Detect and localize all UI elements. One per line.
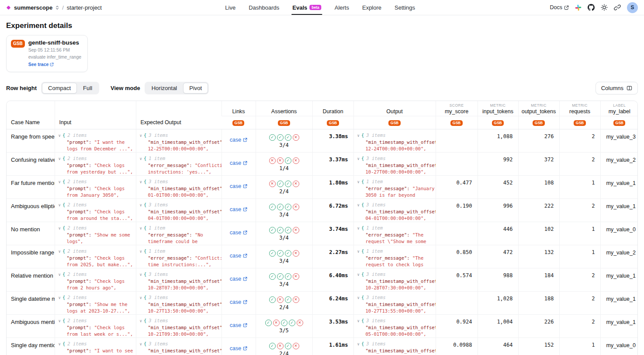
output-cell[interactable]: ∨{3 items"min_timestamp_with_offset"05-0… [353,338,436,355]
json-expand-chevron[interactable]: ∨ [357,296,360,300]
json-expand-chevron[interactable]: ∨ [357,203,360,207]
output-cell[interactable]: ∨{1 item"error_message": "Therequest to … [353,245,436,268]
json-expand-chevron[interactable]: ∨ [357,272,360,277]
json-expand-chevron[interactable]: ∨ [59,296,61,300]
json-expand-chevron[interactable]: ∨ [140,342,142,346]
tab-dashboards[interactable]: Dashboards [249,0,279,15]
case-link[interactable]: case [230,345,247,352]
col-header-metric-requests[interactable]: METRICrequests [559,101,600,116]
theme-sun-icon[interactable] [601,4,608,11]
json-expand-chevron[interactable]: ∨ [59,157,61,161]
output-cell[interactable]: ∨{3 items"min_timestamp_with_offset"10-2… [353,268,436,292]
json-expand-chevron[interactable]: ∨ [357,157,360,161]
input-cell[interactable]: ∨{2 items"prompt": "Check logsfrom 2025,… [55,245,136,268]
col-header-case-name[interactable]: Case Name [7,101,55,129]
output-cell[interactable]: ∨{3 items"min_timestamp_with_offset"10-2… [353,292,436,315]
row-height-compact-button[interactable]: Compact [42,83,77,94]
input-cell[interactable]: ∨{2 items"prompt": "Check logsfrom 2 hou… [55,268,136,292]
col-header-metric-input-tokens[interactable]: METRICinput_tokens [478,101,518,116]
see-trace-link[interactable]: See trace [28,62,54,67]
tab-settings[interactable]: Settings [395,0,415,15]
output-cell[interactable]: ∨{3 items"min_timestamp_with_offset"05-0… [353,315,436,338]
col-header-assertions[interactable]: Assertions [256,101,312,116]
view-mode-pivot-button[interactable]: Pivot [183,83,208,94]
col-header-links[interactable]: Links [222,101,256,116]
col-header-input[interactable]: Input [55,101,136,129]
json-expand-chevron[interactable]: ∨ [140,180,142,184]
case-link[interactable]: case [230,230,247,236]
expected-output-cell[interactable]: ∨{3 items"min_timestamp_with_offset"04-0… [136,199,222,222]
col-header-duration[interactable]: Duration [312,101,353,116]
output-cell[interactable]: ∨{1 item"error_message": "Therequest \"S… [353,222,436,245]
docs-link[interactable]: Docs [550,4,569,10]
json-expand-chevron[interactable]: ∨ [59,319,61,323]
tab-live[interactable]: Live [225,0,235,15]
org-switcher[interactable]: summerscope [14,4,52,11]
json-expand-chevron[interactable]: ∨ [357,249,360,254]
expected-output-cell[interactable]: ∨{3 items"min_timestamp_with_offset"05-0… [136,338,222,355]
json-expand-chevron[interactable]: ∨ [357,342,360,346]
case-link[interactable]: case [230,183,247,189]
json-expand-chevron[interactable]: ∨ [59,342,61,346]
output-cell[interactable]: ∨{3 items"min_timestamp_with_offset"12-2… [353,129,436,153]
json-expand-chevron[interactable]: ∨ [357,133,360,138]
json-expand-chevron[interactable]: ∨ [140,157,142,161]
expected-output-cell[interactable]: ∨{3 items"min_timestamp_with_offset"12-2… [136,129,222,153]
case-link[interactable]: case [230,253,247,259]
expected-output-cell[interactable]: ∨{3 items"min_timestamp_with_offset"10-2… [136,292,222,315]
project-name[interactable]: starter-project [67,4,102,11]
expected-output-cell[interactable]: ∨{3 items"min_timestamp_with_offset"01-0… [136,176,222,199]
input-cell[interactable]: ∨{2 items"prompt": "Check logsfrom Janua… [55,176,136,199]
input-cell[interactable]: ∨{2 items"prompt": "Show me somelogs", [55,222,136,245]
col-header-output[interactable]: Output [353,101,436,116]
json-expand-chevron[interactable]: ∨ [59,133,61,138]
json-expand-chevron[interactable]: ∨ [59,249,61,254]
github-icon[interactable] [588,4,595,11]
col-header-score-my-score[interactable]: SCOREmy_score [436,101,478,116]
json-expand-chevron[interactable]: ∨ [140,272,142,277]
tab-explore[interactable]: Explore [362,0,381,15]
chevron-up-down-icon[interactable] [55,5,59,10]
output-cell[interactable]: ∨{3 items"min_timestamp_with_offset"04-0… [353,199,436,222]
json-expand-chevron[interactable]: ∨ [59,272,61,277]
row-height-full-button[interactable]: Full [77,83,98,94]
case-link[interactable]: case [230,206,247,212]
expected-output-cell[interactable]: ∨{3 items"min_timestamp_with_offset"10-2… [136,268,222,292]
input-cell[interactable]: ∨{2 items"prompt": "Check logsfrom last … [55,315,136,338]
case-link[interactable]: case [230,137,247,143]
case-link[interactable]: case [230,322,247,328]
json-expand-chevron[interactable]: ∨ [140,296,142,300]
slack-icon[interactable] [575,4,582,11]
input-cell[interactable]: ∨{2 items"prompt": "I want thelogs from … [55,129,136,153]
expected-output-cell[interactable]: ∨{1 item"error_message": "Conflictiinstr… [136,153,222,176]
case-link[interactable]: case [230,276,247,282]
view-mode-horizontal-button[interactable]: Horizontal [145,83,184,94]
output-cell[interactable]: ∨{3 items"min_timestamp_with_offset"10-2… [353,153,436,176]
case-link[interactable]: case [230,160,247,166]
json-expand-chevron[interactable]: ∨ [140,319,142,323]
expected-output-cell[interactable]: ∨{1 item"error_message": "Conflict:time … [136,245,222,268]
tab-alerts[interactable]: Alerts [335,0,349,15]
columns-button[interactable]: Columns [596,82,638,94]
json-expand-chevron[interactable]: ∨ [140,249,142,254]
json-expand-chevron[interactable]: ∨ [140,226,142,230]
input-cell[interactable]: ∨{2 items"prompt": "I want to seelogs fr… [55,338,136,355]
experiment-card[interactable]: GSB gentle-sniff-buses Sep 05 12:11:56 P… [6,35,88,72]
json-expand-chevron[interactable]: ∨ [59,226,61,230]
case-link[interactable]: case [230,299,247,305]
expected-output-cell[interactable]: ∨{1 item"error_message": "Notimeframe co… [136,222,222,245]
tab-evals[interactable]: Evalsbeta [292,0,321,15]
expected-output-cell[interactable]: ∨{3 items"min_timestamp_with_offset"10-2… [136,315,222,338]
col-header-label-my-label[interactable]: LABELmy_label [600,101,638,116]
input-cell[interactable]: ∨{2 items"prompt": "Check logsfrom aroun… [55,199,136,222]
col-header-expected-output[interactable]: Expected Output [136,101,222,129]
col-header-metric-output-tokens[interactable]: METRICoutput_tokens [518,101,559,116]
json-expand-chevron[interactable]: ∨ [59,180,61,184]
json-expand-chevron[interactable]: ∨ [357,319,360,323]
json-expand-chevron[interactable]: ∨ [59,203,61,207]
user-avatar[interactable]: S [627,2,638,13]
input-cell[interactable]: ∨{2 items"prompt": "Show me thelogs at 2… [55,292,136,315]
json-expand-chevron[interactable]: ∨ [357,180,360,184]
link-icon[interactable] [614,4,621,11]
output-cell[interactable]: ∨{1 item"error_message": "January3050 is… [353,176,436,199]
